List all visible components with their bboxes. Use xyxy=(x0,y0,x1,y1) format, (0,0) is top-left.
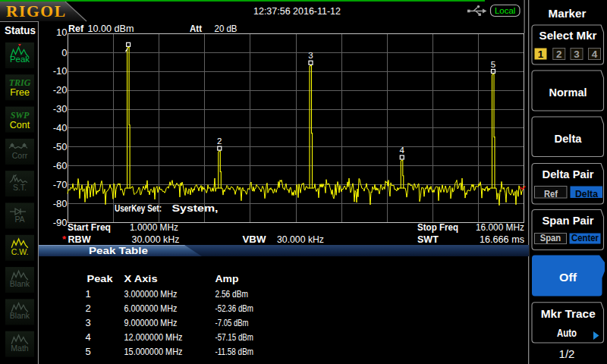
svg-text:SWP: SWP xyxy=(11,110,30,121)
svg-text:3: 3 xyxy=(574,49,580,60)
svg-text:1.0000 MHz: 1.0000 MHz xyxy=(130,222,178,233)
svg-text:Peak Table: Peak Table xyxy=(89,245,148,256)
svg-text:30.000 kHz: 30.000 kHz xyxy=(132,234,180,245)
svg-text:Status: Status xyxy=(5,24,36,36)
svg-text:-20: -20 xyxy=(53,84,68,96)
svg-text:Peak: Peak xyxy=(10,55,30,64)
svg-text:Peak: Peak xyxy=(87,273,114,284)
svg-text:-60: -60 xyxy=(53,160,68,171)
svg-text:-57.15 dBm: -57.15 dBm xyxy=(215,331,254,343)
svg-text:-90: -90 xyxy=(53,217,68,228)
svg-text:4: 4 xyxy=(592,49,598,60)
svg-text:Blank: Blank xyxy=(10,311,30,320)
svg-text:Blank: Blank xyxy=(10,279,30,288)
svg-text:C.W.: C.W. xyxy=(11,247,29,256)
svg-text:2: 2 xyxy=(217,136,222,146)
svg-text:Span: Span xyxy=(540,232,561,243)
svg-text:Delta Pair: Delta Pair xyxy=(543,168,595,180)
svg-text:SWT: SWT xyxy=(417,234,439,245)
svg-text:Normal: Normal xyxy=(549,86,587,99)
svg-text:-52.36 dBm: -52.36 dBm xyxy=(215,303,254,314)
svg-text:12:37:56 2016-11-12: 12:37:56 2016-11-12 xyxy=(253,6,341,17)
svg-text:12.000000 MHz: 12.000000 MHz xyxy=(124,331,183,343)
svg-text:Mkr Trace: Mkr Trace xyxy=(541,308,596,320)
svg-text:4: 4 xyxy=(86,331,91,343)
svg-text:-70: -70 xyxy=(53,179,68,190)
svg-text:Amp: Amp xyxy=(215,273,239,284)
svg-text:Center: Center xyxy=(571,232,599,243)
svg-text:2: 2 xyxy=(86,303,91,314)
svg-text:VBW: VBW xyxy=(243,234,266,245)
svg-text:-11.58 dBm: -11.58 dBm xyxy=(215,346,254,357)
svg-text:2.56 dBm: 2.56 dBm xyxy=(215,288,249,300)
svg-text:Off: Off xyxy=(559,271,577,284)
svg-text:TRIG: TRIG xyxy=(9,77,31,88)
svg-text:4: 4 xyxy=(400,146,405,155)
svg-text:6.000000 MHz: 6.000000 MHz xyxy=(124,303,178,314)
svg-text:-80: -80 xyxy=(53,198,68,209)
svg-text:1/2: 1/2 xyxy=(559,347,575,360)
svg-text:-10: -10 xyxy=(53,65,68,77)
svg-text:Stop Freq: Stop Freq xyxy=(417,222,458,233)
svg-text:3: 3 xyxy=(86,317,91,328)
svg-text:-7.05 dBm: -7.05 dBm xyxy=(215,317,249,328)
svg-text:0: 0 xyxy=(61,47,67,58)
svg-text:1: 1 xyxy=(538,49,544,60)
svg-text:Ref: Ref xyxy=(68,24,84,34)
svg-text:*: * xyxy=(62,234,67,245)
svg-text:5: 5 xyxy=(86,346,91,357)
svg-text:PA: PA xyxy=(14,215,24,224)
svg-text:3.000000 MHz: 3.000000 MHz xyxy=(124,288,178,300)
svg-text:Select Mkr: Select Mkr xyxy=(539,29,597,42)
svg-text:-50: -50 xyxy=(53,141,68,152)
svg-text:-30: -30 xyxy=(53,103,68,115)
svg-text:UserKey Set:: UserKey Set: xyxy=(115,203,162,214)
svg-text:Span Pair: Span Pair xyxy=(543,215,595,227)
svg-text:15.000000 MHz: 15.000000 MHz xyxy=(124,346,183,357)
svg-text:1: 1 xyxy=(86,288,91,300)
svg-text:System,: System, xyxy=(172,202,219,214)
svg-text:Math: Math xyxy=(11,344,29,353)
svg-text:30.000 kHz: 30.000 kHz xyxy=(277,234,324,245)
svg-text:20 dB: 20 dB xyxy=(215,24,237,34)
svg-text:Auto: Auto xyxy=(557,327,577,339)
svg-text:16.000 MHz: 16.000 MHz xyxy=(476,222,524,233)
svg-text:Local: Local xyxy=(495,6,516,15)
svg-text:Delta: Delta xyxy=(575,188,599,199)
svg-text:X Axis: X Axis xyxy=(124,273,158,284)
svg-text:Corr: Corr xyxy=(12,151,28,160)
svg-text:10: 10 xyxy=(56,27,67,38)
svg-text:Delta: Delta xyxy=(555,133,582,145)
svg-text:Free: Free xyxy=(10,87,30,98)
svg-text:16.666 ms: 16.666 ms xyxy=(480,234,524,245)
svg-text:Marker: Marker xyxy=(549,8,587,20)
svg-text:10.00 dBm: 10.00 dBm xyxy=(88,24,134,34)
svg-text:Ref: Ref xyxy=(544,188,558,199)
svg-text:RIGOL: RIGOL xyxy=(6,2,65,20)
svg-text:RBW: RBW xyxy=(68,234,91,245)
svg-text:Cont: Cont xyxy=(10,120,30,130)
svg-text:Att: Att xyxy=(190,24,203,34)
svg-text:S.T.: S.T. xyxy=(13,183,27,192)
svg-text:2: 2 xyxy=(556,49,562,60)
svg-text:Start Freq: Start Freq xyxy=(68,222,111,233)
svg-text:3: 3 xyxy=(308,51,313,60)
svg-text:-40: -40 xyxy=(53,122,68,133)
svg-text:9.000000 MHz: 9.000000 MHz xyxy=(124,317,178,328)
svg-text:5: 5 xyxy=(491,60,495,69)
